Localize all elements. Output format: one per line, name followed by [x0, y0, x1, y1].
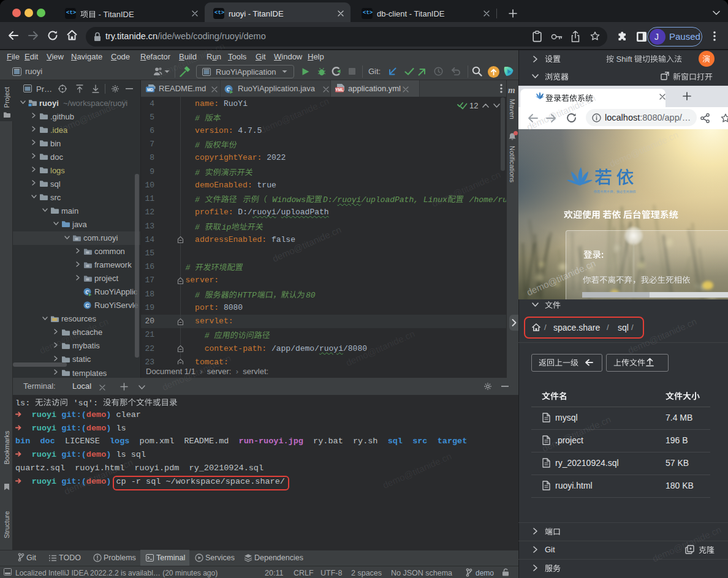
svg-text:MD: MD: [147, 88, 153, 92]
svg-text:YML: YML: [335, 88, 344, 92]
svg-text:C: C: [85, 302, 89, 308]
